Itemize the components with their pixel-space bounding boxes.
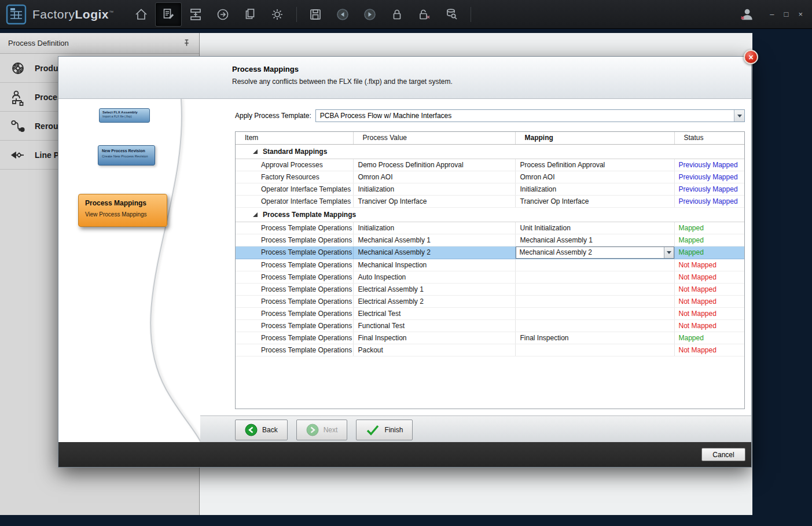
status-badge: Previously Mapped — [674, 171, 745, 183]
table-row[interactable]: Approval ProcessesDemo Process Definitio… — [236, 159, 745, 171]
finish-check-icon — [366, 424, 380, 436]
cancel-button[interactable]: Cancel — [701, 448, 745, 461]
group-name: Standard Mappings — [263, 148, 327, 156]
table-row[interactable]: Process Template OperationsMechanical As… — [236, 234, 745, 246]
chevron-down-icon[interactable] — [734, 110, 744, 122]
pin-icon[interactable] — [182, 39, 191, 47]
status-badge: Mapped — [674, 246, 745, 259]
window-controls: – □ × — [770, 10, 803, 19]
sidebar-item-label: Rerout — [35, 122, 61, 131]
process-mappings-dialog: Process Mappings Resolve any conflicts b… — [58, 56, 752, 468]
column-header-item[interactable]: Item — [236, 132, 353, 144]
table-row[interactable]: Process Template OperationsFinal Inspect… — [236, 332, 745, 344]
status-badge: Not Mapped — [674, 295, 745, 307]
step-title: Process Mappings — [85, 199, 160, 207]
sidebar-title: Process Definition — [8, 39, 69, 47]
next-arrow-icon — [306, 424, 319, 436]
database-search-icon[interactable] — [438, 2, 465, 27]
home-icon[interactable] — [128, 2, 155, 27]
export-circle-icon[interactable] — [210, 2, 236, 27]
process-definition-icon[interactable] — [155, 2, 182, 27]
status-badge: Previously Mapped — [674, 183, 745, 195]
status-badge: Previously Mapped — [674, 195, 745, 207]
sidebar-header: Process Definition — [0, 33, 199, 54]
undo-icon[interactable] — [329, 2, 356, 27]
chevron-down-icon[interactable] — [664, 247, 674, 258]
toolbar-separator — [296, 7, 297, 22]
process-template-combobox[interactable]: PCBA Process Flow w/ Machine Interfaces — [315, 109, 745, 122]
step-subtitle: Create New Process Revision — [102, 155, 151, 158]
redo-icon[interactable] — [357, 2, 383, 27]
status-badge: Not Mapped — [674, 307, 745, 319]
save-icon[interactable] — [302, 2, 329, 27]
wizard-step-new-process-revision: New Process Revision Create New Process … — [98, 145, 155, 165]
status-badge: Mapped — [674, 332, 745, 344]
documents-icon[interactable] — [237, 2, 263, 27]
app-brand: FactoryLogix™ — [32, 8, 114, 21]
table-row[interactable]: Process Template OperationsMechanical In… — [236, 259, 745, 271]
finish-button[interactable]: Finish — [356, 420, 413, 440]
window-close-button[interactable]: × — [798, 10, 803, 19]
group-header-row: Process Template Mappings — [236, 207, 745, 222]
lock-icon[interactable] — [384, 2, 410, 27]
table-row[interactable]: Process Template OperationsInitializatio… — [236, 222, 745, 234]
table-row[interactable]: Operator Interface TemplatesTranciver Op… — [236, 195, 745, 207]
dialog-header: Process Mappings Resolve any conflicts b… — [58, 57, 751, 99]
reroute-icon — [9, 117, 27, 135]
table-row[interactable]: Process Template OperationsMechanical As… — [236, 246, 745, 259]
app-titlebar: FactoryLogix™ – □ — [0, 0, 812, 29]
window-minimize-button[interactable]: – — [770, 10, 774, 19]
status-badge: Not Mapped — [674, 283, 745, 295]
assembly-press-icon[interactable] — [182, 2, 209, 27]
group-expander-icon[interactable] — [253, 212, 258, 217]
table-row[interactable]: Process Template OperationsPackoutNot Ma… — [236, 344, 745, 356]
back-button[interactable]: Back — [235, 420, 288, 440]
table-row[interactable]: Process Template OperationsFunctional Te… — [236, 319, 745, 332]
status-badge: Not Mapped — [674, 344, 745, 356]
dialog-title: Process Mappings — [232, 65, 299, 73]
mapping-combobox-value: Mechanical Assembly 2 — [516, 248, 664, 256]
product-icon — [9, 60, 27, 77]
column-header-status[interactable]: Status — [674, 132, 745, 144]
process-template-value: PCBA Process Flow w/ Machine Interfaces — [316, 112, 734, 120]
mapping-table-body: Standard MappingsApproval ProcessesDemo … — [236, 144, 745, 356]
wizard-step-process-mappings-active: Process Mappings View Process Mappings — [78, 194, 167, 227]
finish-button-label: Finish — [384, 426, 403, 434]
next-button[interactable]: Next — [296, 420, 348, 440]
group-expander-icon[interactable] — [253, 149, 258, 154]
window-maximize-button[interactable]: □ — [784, 10, 789, 19]
dialog-subtitle: Resolve any conflicts between the FLX fi… — [232, 78, 453, 86]
gear-icon[interactable] — [264, 2, 291, 27]
step-title: Select FLX Assembly — [102, 111, 146, 114]
column-header-mapping[interactable]: Mapping — [515, 132, 674, 144]
status-badge: Not Mapped — [674, 271, 745, 283]
wizard-step-select-flx-assembly: Select FLX Assembly Import a FLX file (.… — [99, 108, 150, 123]
table-row[interactable]: Process Template OperationsElectrical Te… — [236, 307, 745, 319]
table-row[interactable]: Process Template OperationsAuto Inspecti… — [236, 271, 745, 283]
group-name: Process Template Mappings — [263, 211, 356, 219]
unlock-x-icon[interactable] — [411, 2, 438, 27]
user-disconnect-icon[interactable] — [733, 2, 760, 27]
table-row[interactable]: Operator Interface TemplatesInitializati… — [236, 183, 745, 195]
step-subtitle: Import a FLX file (.flxp) — [102, 115, 146, 118]
back-button-label: Back — [262, 426, 278, 434]
column-header-process-value[interactable]: Process Value — [353, 132, 515, 144]
dialog-body: Select FLX Assembly Import a FLX file (.… — [58, 99, 751, 443]
table-row[interactable]: Process Template OperationsElectrical As… — [236, 283, 745, 295]
wizard-footer: Back Next Finish — [200, 415, 751, 443]
mapping-combobox[interactable]: Mechanical Assembly 2 — [516, 247, 674, 259]
process-icon — [9, 89, 27, 106]
step-title: New Process Revision — [102, 149, 151, 153]
status-badge: Previously Mapped — [674, 159, 745, 171]
group-header-row: Standard Mappings — [236, 144, 745, 159]
step-subtitle: View Process Mappings — [85, 211, 160, 218]
table-row[interactable]: Factory ResourcesOmron AOIOmron AOIPrevi… — [236, 171, 745, 183]
status-badge: Not Mapped — [674, 259, 745, 271]
next-button-label: Next — [324, 426, 338, 434]
app-logo-icon — [6, 4, 27, 25]
line-process-icon — [9, 146, 27, 164]
table-header-row: Item Process Value Mapping Status — [236, 132, 745, 144]
table-row[interactable]: Process Template OperationsElectrical As… — [236, 295, 745, 307]
status-badge: Mapped — [674, 234, 745, 246]
close-icon[interactable]: × — [744, 50, 758, 64]
